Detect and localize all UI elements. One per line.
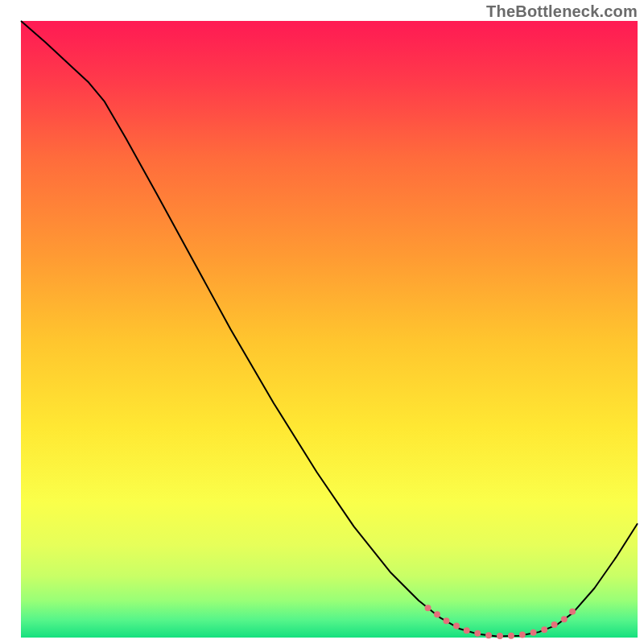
bottleneck-chart-svg: [0, 0, 644, 644]
heat-gradient-background: [21, 21, 638, 638]
